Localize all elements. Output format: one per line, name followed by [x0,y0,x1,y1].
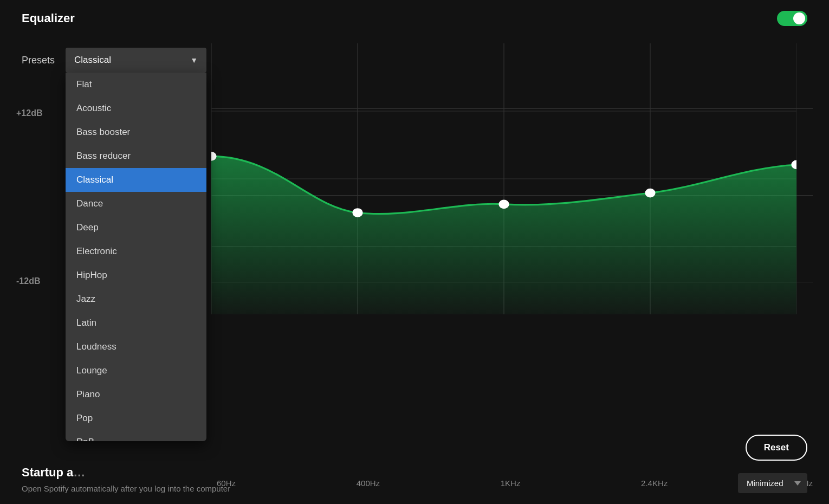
eq-point-3[interactable] [498,200,509,209]
freq-label-2: 400Hz [357,479,380,488]
equalizer-toggle[interactable] [777,11,807,26]
startup-section: Startup a… Open Spotify automatically af… [22,466,230,493]
db-label-bottom: -12dB [16,276,40,286]
presets-label: Presets [22,48,55,73]
dropdown-item[interactable]: Bass reducer [66,144,206,168]
dropdown-item[interactable]: Loudness [66,335,206,359]
dropdown-item[interactable]: Electronic [66,240,206,263]
dropdown-item[interactable]: Acoustic [66,96,206,120]
header-row: Equalizer [22,11,807,26]
db-label-top: +12dB [16,108,42,118]
minimized-select[interactable]: Minimized Maximized Normal [738,473,807,493]
dropdown-item[interactable]: Lounge [66,359,206,383]
dropdown-item[interactable]: HipHop [66,263,206,287]
dropdown-item[interactable]: Dance [66,192,206,216]
freq-label-4: 2.4KHz [641,479,668,488]
dropdown-item[interactable]: Bass booster [66,120,206,144]
startup-title: Startup a… [22,466,230,480]
dropdown-item[interactable]: RnB [66,430,206,441]
preset-dropdown-menu[interactable]: FlatAcousticBass boosterBass reducerClas… [66,73,206,441]
dropdown-item[interactable]: Jazz [66,287,206,311]
toggle-knob [793,12,805,24]
preset-dropdown-container: Classical ▼ FlatAcousticBass boosterBass… [66,48,206,73]
eq-point-4[interactable] [645,189,655,198]
dropdown-item[interactable]: Deep [66,216,206,240]
eq-point-2[interactable] [352,208,362,217]
dropdown-item[interactable]: Classical [66,168,206,192]
dropdown-item[interactable]: Pop [66,406,206,430]
startup-description: Open Spotify automatically after you log… [22,484,230,493]
dropdown-item[interactable]: Latin [66,311,206,335]
page-container: Equalizer Presets Classical ▼ FlatAcoust… [0,0,829,504]
freq-label-3: 1KHz [501,479,521,488]
dropdown-item[interactable]: Flat [66,73,206,96]
dropdown-item[interactable]: Piano [66,383,206,406]
freq-labels: 60Hz 400Hz 1KHz 2.4KHz 15KHz [217,479,813,488]
preset-selected-value: Classical [74,55,111,66]
reset-button[interactable]: Reset [746,435,807,461]
section-title: Equalizer [22,11,75,25]
preset-select-button[interactable]: Classical ▼ [66,48,206,73]
eq-curve-svg [211,43,796,314]
chevron-down-icon: ▼ [190,56,198,64]
